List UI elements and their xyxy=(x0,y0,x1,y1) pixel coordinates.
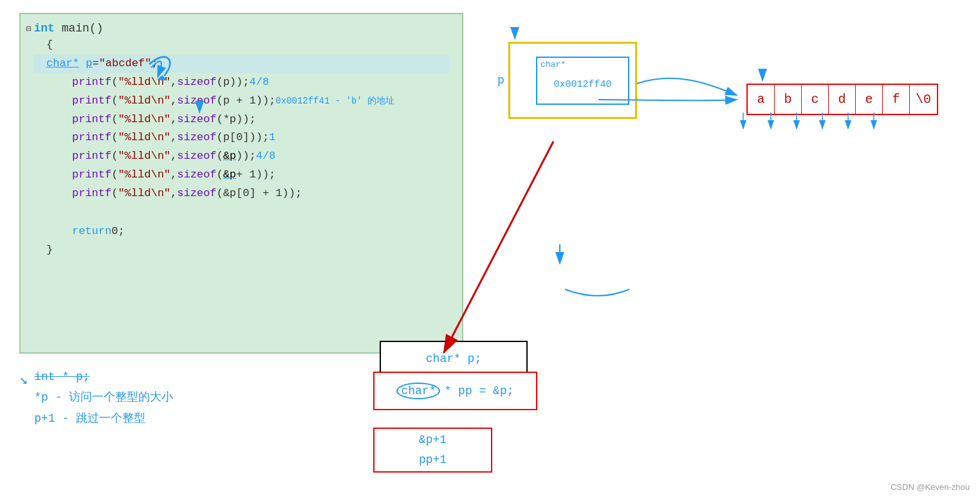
code-panel: ⊟ int main() { char* p = "abcdef"; print… xyxy=(19,13,463,354)
array-cell-f: f xyxy=(883,85,910,114)
red-box-pp: char* * pp = &p; xyxy=(373,372,537,410)
p-label: p xyxy=(497,74,504,87)
line-brace-close: } xyxy=(33,241,449,260)
function-name: main() xyxy=(62,22,104,35)
char-ptr-label: char* xyxy=(541,60,566,69)
array-cell-null: \0 xyxy=(910,85,937,114)
red-box2-line1: &p+1 xyxy=(419,430,447,450)
line-printf1: printf("%lld\n", sizeof(p)); 4/8 xyxy=(33,73,449,92)
array-cell-c: c xyxy=(802,85,829,114)
bottom-line1: *p - 访问一个整型的大小 xyxy=(34,387,173,408)
arrow-icon: ↘ xyxy=(19,368,28,393)
array-box: a b c d e f \0 xyxy=(746,84,938,115)
red-box2-line2: pp+1 xyxy=(419,450,447,470)
watermark: CSDN @Keven-zhou xyxy=(891,482,970,492)
line-brace-open: { xyxy=(33,36,449,55)
line-printf4: printf("%lld\n", sizeof(p[0])); 1 xyxy=(33,129,449,147)
line-printf2: printf("%lld\n", sizeof(p + 1));0x0012ff… xyxy=(33,92,449,111)
code-body: { char* p = "abcdef"; printf("%lld\n", s… xyxy=(21,36,462,260)
black-box-char-p: char* p; xyxy=(380,341,528,376)
line-printf6: printf("%lld\n", sizeof(&p + 1)); xyxy=(33,166,449,185)
line-char-decl: char* p = "abcdef"; xyxy=(33,55,449,73)
collapse-icon: ⊟ xyxy=(26,23,31,34)
array-cell-a: a xyxy=(748,85,775,114)
black-box-text: char* p; xyxy=(426,352,481,365)
keyword-int: int xyxy=(33,22,54,35)
line-printf5: printf("%lld\n", sizeof(&p)); 4/8 xyxy=(33,147,449,166)
array-cell-e: e xyxy=(856,85,883,114)
char-circle: char* xyxy=(396,383,440,399)
line-return: return 0; xyxy=(33,222,449,241)
line-printf3: printf("%lld\n", sizeof(*p)); xyxy=(33,111,449,129)
diagram-area: pp p char* 0x0012ff40 p+1 a b c d e f \0… xyxy=(489,6,972,360)
code-header: ⊟ int main() xyxy=(21,21,462,36)
array-cell-b: b xyxy=(775,85,802,114)
bottom-line2: p+1 - 跳过一个整型 xyxy=(34,408,173,429)
spacer xyxy=(33,203,449,222)
array-cell-d: d xyxy=(829,85,856,114)
yellow-memory-box: p char* 0x0012ff40 xyxy=(508,42,637,119)
address-cell: char* 0x0012ff40 xyxy=(536,57,629,105)
red-box-appp1: &p+1 pp+1 xyxy=(373,428,492,473)
strike-line: int * p; xyxy=(34,366,173,387)
red-box-rest: * pp = &p; xyxy=(444,384,513,397)
address-value: 0x0012ff40 xyxy=(553,79,611,90)
line-printf7: printf("%lld\n", sizeof(&p[0] + 1)); xyxy=(33,185,449,203)
